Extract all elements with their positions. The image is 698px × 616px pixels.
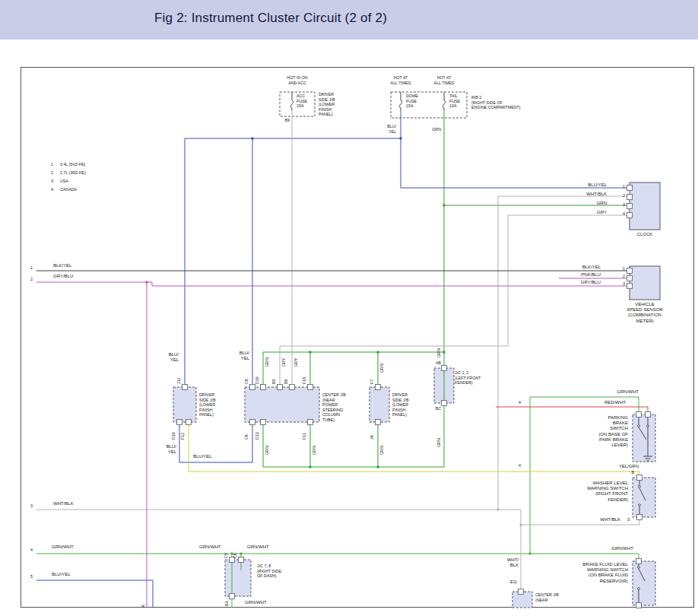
dome-fuse-icon [399,92,401,110]
entry-1-wire: BLK/YEL [53,263,71,268]
j6-wire-label: GRN [380,446,385,455]
entry-4-wire: GRN/WHT [52,545,74,550]
dome-fuse-label: DOME FUSE 15A [406,94,418,109]
clock-wire-1: BLU/YEL [573,183,607,188]
parking-tag: 4 [519,400,521,405]
washer-pin-bot: 3 [623,517,630,522]
cjb-pin-b9: B9 [284,379,289,384]
cjb-pin-d19: D19 [255,376,260,384]
entry-2-num: 2 [30,277,33,282]
vss-name: VEHICLE SPEED SENSOR (COMBINATION METER) [614,302,675,324]
jb1-right-wire-label: BLU/YEL [193,454,212,459]
legend-text: CANADA [60,187,77,192]
rb2-label: R/B 2 (RIGHT SIDE OF ENGINE COMPARTMENT) [471,95,521,110]
bc-wire-label: GRN [437,438,442,447]
legend-text: 2.7L (3RZ-FE) [60,170,86,176]
acc-jb-label: DRIVER SIDE J/B (LOWER FINISH PANEL) [319,92,335,117]
vss-wire-1: BLK/YEL [563,265,601,270]
vss-wire-3: GRY/BLU [563,280,601,285]
junction-boxes [173,92,660,608]
jb1-pin-top: J12 [177,377,182,384]
center-jb-box [245,387,319,422]
jc78-pin-bot: BA [225,601,230,606]
clock-pin-2: 2 [616,193,625,198]
washer-tag: 4 [519,463,521,468]
jb2-pin-bot: J6 [370,435,375,440]
cjb-pin-c6: C6 [245,434,249,440]
clock-box [630,183,660,230]
entry-2-wire: GRY/BLU [53,274,73,279]
vss-wire-2: PNK/BLU [563,272,601,278]
dome-wire-label: BLU/ YEL [382,124,396,134]
clipped-wire-label: K [141,604,146,607]
jc12-pin-top: AB [430,360,441,366]
tail-fuse-icon [443,92,445,110]
entry-1-num: 1 [30,265,33,271]
wires-gry-blu [36,278,630,608]
d10-wire-label: BLU/ YEL [163,444,176,455]
d13-wire-label: GRN [265,446,270,455]
jc78-pin-top1: C5 [224,553,229,558]
jc78-box [225,560,251,596]
c8-wire-label: BLU/ YEL [236,351,249,361]
vss-pin-3: 3 [616,281,625,287]
legend-num: 3 [51,179,53,184]
vss-box [630,266,660,300]
jb2-pin-top: F7 [370,379,375,384]
wires-gray [36,110,639,592]
cjb-label: CENTER J/B (NEAR POWER STEERING COLUMN T… [322,392,346,423]
hot-dome-label: HOT AT ALL TIMES [381,75,420,85]
jc78-wire-left-label: GRN/WHT [199,545,221,550]
parking-label: PARKING BRAKE SWITCH (ON BASE OF PARK BR… [589,415,628,448]
brake-fluid-box [633,561,655,605]
washer-pin-top: B [627,470,634,475]
vss-pin-2: 2 [616,274,625,279]
jc78-pin-top2: C6 [233,553,238,558]
wiring-canvas [0,0,698,616]
jc12-label: J/C 1, 2 (LEFT FRONT FENDER) [455,370,481,386]
parking-wire1-label: GRN/WHT [607,389,639,395]
jc12-pin-bot: BC [430,406,441,411]
clock-pin-3: 3 [616,202,625,208]
clock-pin-4: 4 [616,211,625,217]
acc-pin-label: B9 [278,118,290,123]
entry-5-num: 5 [30,574,33,579]
washer-wire2-label: WHT/BLK [585,517,620,522]
clock-wire-2: WHT/BLK [573,192,607,197]
jb1-label: DRIVER SIDE J/B (LOWER FINISH PANEL) [199,392,216,418]
entry-5-wire: BLU/YEL [52,572,71,577]
washer-label: WASHER LEVEL WARNING SWITCH (RIGHT FRONT… [573,481,628,503]
parking-wire2-label: RED/WHT [592,400,626,405]
legend-num: 1 [51,162,53,167]
wires-yel-grn [189,422,639,478]
entry-4-num: 4 [30,548,33,553]
driver-jb1-box [173,387,196,422]
ab-wire-label: GRN [437,348,442,357]
jb1-pin-bot1: D10 [172,432,176,440]
cjb-pin-f18: F18 [303,377,307,384]
cjb-pin-d13: D13 [255,432,260,440]
entry-3-num: 3 [30,503,33,509]
hot-tail-label: HOT AT ALL TIMES [424,75,464,85]
j12-wire-label: BLU/ YEL [165,352,179,363]
hot-acc-label: HOT IN ON AND ACC [276,75,319,85]
tail-fuse-label: TAIL FUSE 10A [449,94,460,109]
jc78-label: J/C 7, 8 (RIGHT SIDE OF DASH) [257,564,281,579]
jc78-wire-right-label: GRN/WHT [247,545,269,550]
entry-3-wire: WHT/BLK [53,501,74,506]
brake-label: BRAKE FLUID LEVEL WARNING SWITCH (ON BRA… [564,562,628,584]
tail-wire-label: GRN [429,127,441,132]
wires-red-wht [496,407,648,414]
wires-grn-wht [36,397,639,608]
e11-pin-label: E11 [505,579,517,585]
brake-wire2-label: WHT/ BLK [502,557,519,568]
acc-fuse-icon [290,92,293,110]
clock-pin-1: 1 [616,184,625,189]
jb2-label: DRIVER SIDE J/B (LOWER FINISH PANEL) [392,392,409,418]
jb1-pin-bot2: F12 [181,433,186,440]
d19-wire-label: GRN [265,357,270,367]
clock-name: CLOCK [630,232,660,237]
wires-blu-yel [36,110,630,608]
vss-pin-1: 1 [616,266,625,271]
legend-num: 4 [51,187,53,192]
